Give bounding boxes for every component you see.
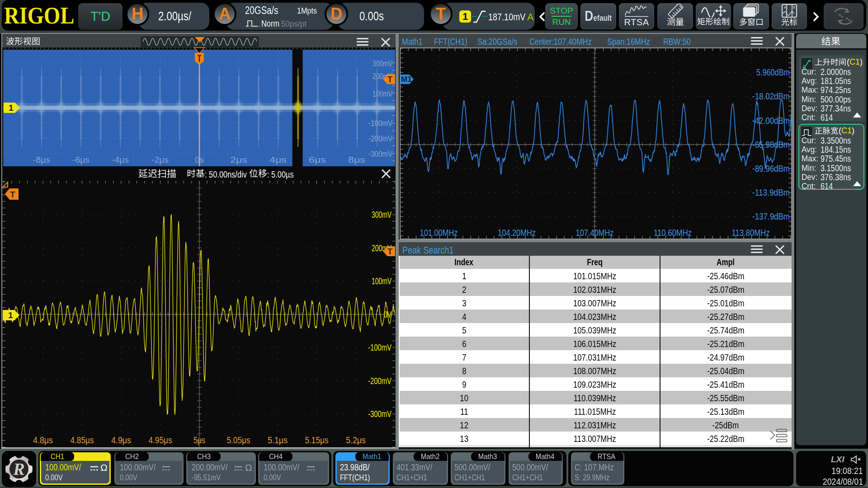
svg-text:T: T [10,190,15,199]
svg-text:4μs: 4μs [269,155,287,164]
svg-text:-42.00dBm: -42.00dBm [752,116,790,126]
svg-text:M1: M1 [401,75,412,84]
svg-text:1: 1 [8,310,13,320]
svg-text:R: R [13,460,24,479]
svg-text:110.60MHz: 110.60MHz [654,228,692,238]
svg-text:5.960dBm: 5.960dBm [756,67,790,77]
svg-text:-300mV: -300mV [368,149,392,159]
svg-text:T: T [387,75,392,84]
svg-text:-100mV: -100mV [368,343,392,352]
svg-text:-200mV: -200mV [368,134,392,143]
svg-text:113.80MHz: 113.80MHz [732,228,770,238]
svg-text:B: B [793,5,795,9]
svg-text:101.00MHz: 101.00MHz [420,228,458,238]
svg-text:-65.98dBm: -65.98dBm [752,140,790,150]
svg-text:104.20MHz: 104.20MHz [498,228,536,238]
svg-text:-6μs: -6μs [72,155,90,164]
svg-text:-113.9dBm: -113.9dBm [752,188,790,197]
svg-text:300mV: 300mV [373,59,392,68]
svg-text:8μs: 8μs [348,155,365,164]
svg-text:6μs: 6μs [309,155,326,164]
svg-text:1: 1 [9,103,14,113]
svg-text:-89.96dBm: -89.96dBm [752,164,790,174]
svg-text:300mV: 300mV [372,210,392,220]
svg-text:LXI: LXI [831,455,844,464]
svg-text:-4μs: -4μs [112,155,129,164]
svg-text:5μs: 5μs [193,435,205,445]
svg-text:-100mV: -100mV [368,118,392,128]
svg-text:A: A [784,5,787,9]
svg-text:T: T [387,247,392,256]
svg-text:5.15μs: 5.15μs [305,435,329,445]
svg-text:-2μs: -2μs [151,155,169,164]
svg-text:0V: 0V [384,310,392,319]
svg-text:4.8μs: 4.8μs [33,435,53,445]
svg-text:5.2μs: 5.2μs [346,435,366,445]
svg-text:5.05μs: 5.05μs [227,435,250,445]
svg-text:107.40MHz: 107.40MHz [576,228,614,238]
svg-text:-8μs: -8μs [33,155,50,164]
svg-text:4.95μs: 4.95μs [149,435,172,445]
svg-text:-18.02dBm: -18.02dBm [752,91,790,101]
svg-text:100mV: 100mV [372,276,392,286]
svg-text:5.1μs: 5.1μs [268,435,288,445]
svg-text:2μs: 2μs [230,155,247,164]
svg-text:100mV: 100mV [373,89,392,99]
svg-text:4.9μs: 4.9μs [111,435,131,445]
svg-text:-300mV: -300mV [368,409,392,419]
svg-text:-137.9dBm: -137.9dBm [752,211,790,221]
svg-text:4.85μs: 4.85μs [71,435,94,445]
svg-text:-200mV: -200mV [368,376,392,386]
